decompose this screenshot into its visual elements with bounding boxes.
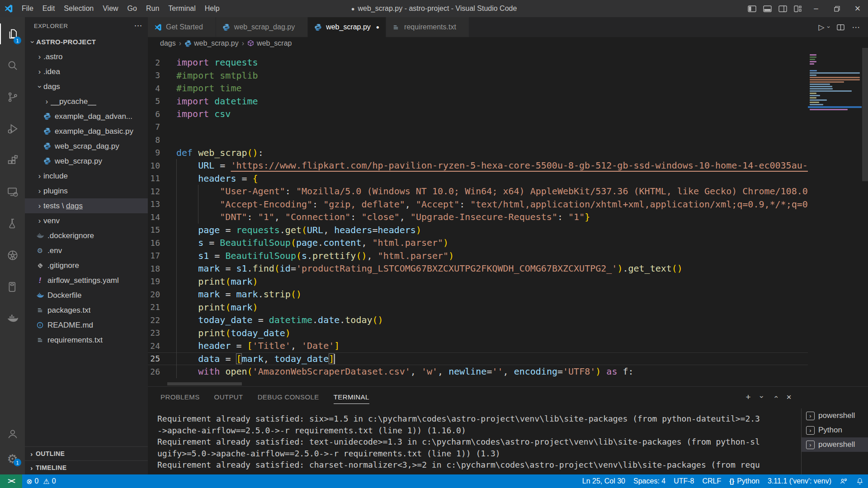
menu-selection[interactable]: Selection (59, 0, 98, 17)
customize-layout-icon[interactable] (790, 0, 806, 17)
code-line-10[interactable]: 10 URL = 'https://www.flipkart.com/hp-pa… (148, 159, 808, 172)
activity-account-icon[interactable] (0, 421, 25, 446)
language-mode[interactable]: {} Python (725, 474, 764, 488)
new-terminal-icon[interactable]: + (741, 389, 755, 405)
panel-tab-output[interactable]: OUTPUT (214, 387, 243, 407)
code-line-19[interactable]: 19 print(mark) (148, 275, 808, 288)
activity-search-icon[interactable] (0, 50, 25, 81)
code-line-26[interactable]: 26 with open('AmazonWebScraperDataset.cs… (148, 365, 808, 378)
close-window-button[interactable]: × (847, 0, 868, 17)
timeline-section[interactable]: › TIMELINE (25, 460, 148, 474)
outline-section[interactable]: › OUTLINE (25, 446, 148, 460)
horizontal-scrollbar[interactable] (167, 382, 242, 385)
tree-item-plugins[interactable]: ›plugins (25, 183, 148, 198)
tree-item-astro[interactable]: ›.astro (25, 49, 148, 64)
code-line-23[interactable]: 23 print(today_date) (148, 327, 808, 340)
breadcrumb-dags[interactable]: dags (160, 39, 176, 47)
indentation[interactable]: Spaces: 4 (629, 474, 670, 488)
tree-item-requirements-txt[interactable]: requirements.txt (25, 333, 148, 347)
activity-docker-icon[interactable] (0, 303, 25, 334)
breadcrumb-web-scrap-py[interactable]: web_scrap.py (184, 39, 239, 47)
restore-button[interactable] (826, 0, 847, 17)
breadcrumb-web-scrap[interactable]: web_scrap (247, 39, 292, 47)
code-line-15[interactable]: 15 page = requests.get(URL, headers=head… (148, 224, 808, 237)
editor-more-actions-icon[interactable]: ⋯ (848, 19, 863, 36)
panel-tab-problems[interactable]: PROBLEMS (160, 387, 200, 407)
panel-tab-debug-console[interactable]: DEBUG CONSOLE (258, 387, 319, 407)
code-line-17[interactable]: 17 s1 = BeautifulSoup(s.prettify(), "htm… (148, 249, 808, 263)
activity-remote-explorer-icon[interactable] (0, 176, 25, 208)
activity-testing-icon[interactable] (0, 208, 25, 239)
terminal-instance-powershell[interactable]: ›powershell (802, 437, 868, 452)
run-dropdown-icon[interactable]: › (821, 23, 838, 31)
tab-web-scrap-py[interactable]: web_scrap.py● (308, 17, 386, 37)
code-line-14[interactable]: 14 "DNT": "1", "Connection": "close", "U… (148, 211, 808, 224)
python-interpreter[interactable]: 3.11.1 ('venv': venv) (764, 474, 835, 488)
code-line-25[interactable]: 25 data = [mark, today_date] (148, 352, 808, 366)
code-line-20[interactable]: 20 mark = mark.strip() (148, 288, 808, 301)
tree-item-venv[interactable]: ›venv (25, 213, 148, 228)
code-line-5[interactable]: 5import datetime (148, 95, 808, 108)
menu-help[interactable]: Help (200, 0, 224, 17)
terminal-instance-powershell[interactable]: ›powershell (802, 408, 868, 423)
close-panel-icon[interactable]: × (782, 389, 796, 405)
code-line-16[interactable]: 16 s = BeautifulSoup(page.content, "html… (148, 236, 808, 249)
tab-get-started[interactable]: Get Started (148, 17, 216, 37)
tree-item-example-dag-basic-py[interactable]: example_dag_basic.py (25, 124, 148, 139)
cursor-position[interactable]: Ln 25, Col 30 (578, 474, 629, 488)
tree-item-dockerfile[interactable]: Dockerfile (25, 288, 148, 303)
tree-item-include[interactable]: ›include (25, 169, 148, 183)
encoding[interactable]: UTF-8 (670, 474, 698, 488)
minimap[interactable] (808, 50, 862, 386)
explorer-more-actions-icon[interactable]: ⋯ (134, 21, 142, 31)
menu-go[interactable]: Go (123, 0, 142, 17)
activity-settings-icon[interactable]: ⚙1 (0, 446, 25, 472)
tree-item-idea[interactable]: ›.idea (25, 64, 148, 79)
panel-tab-terminal[interactable]: TERMINAL (334, 387, 369, 407)
code-line-12[interactable]: 12 "User-Agent": "Mozilla/5.0 (Windows N… (148, 185, 808, 198)
code-line-4[interactable]: 4#import time (148, 82, 808, 95)
menu-run[interactable]: Run (142, 0, 164, 17)
tree-item-packages-txt[interactable]: packages.txt (25, 303, 148, 318)
tree-item-dockerignore[interactable]: .dockerignore (25, 228, 148, 243)
tab-requirements-txt[interactable]: requirements.txt (386, 17, 469, 37)
code-line-22[interactable]: 22 today_date = datetime.date.today() (148, 314, 808, 327)
activity-run-debug-icon[interactable] (0, 113, 25, 145)
code-line-6[interactable]: 6import csv (148, 108, 808, 121)
menu-view[interactable]: View (98, 0, 123, 17)
feedback-icon[interactable] (835, 474, 852, 488)
menu-edit[interactable]: Edit (38, 0, 60, 17)
toggle-secondary-sidebar-icon[interactable] (775, 0, 790, 17)
tree-item-tests[interactable]: ›tests \ dags (25, 198, 148, 213)
minimize-button[interactable]: – (806, 0, 826, 17)
tree-item-example-dag-advan[interactable]: example_dag_advan... (25, 109, 148, 124)
activity-kubernetes-icon[interactable] (0, 239, 25, 271)
eol-sequence[interactable]: CRLF (698, 474, 726, 488)
terminal-output[interactable]: Requirement already satisfied: six>=1.5 … (157, 413, 800, 474)
tree-item-web-scrap-dag-py[interactable]: web_scrap_dag.py (25, 139, 148, 154)
vertical-scrollbar[interactable] (862, 48, 868, 181)
tree-item-airflow-settings-yaml[interactable]: !airflow_settings.yaml (25, 273, 148, 288)
terminal-instance-python[interactable]: ›Python (802, 423, 868, 437)
menu-terminal[interactable]: Terminal (164, 0, 200, 17)
code-line-2[interactable]: 2import requests (148, 56, 808, 69)
tab-web-scrap-dag-py[interactable]: web_scrap_dag.py (216, 17, 308, 37)
code-line-21[interactable]: 21 print(mark) (148, 301, 808, 314)
activity-extensions-icon[interactable] (0, 145, 25, 176)
code-line-7[interactable]: 7 (148, 121, 808, 134)
menu-file[interactable]: File (17, 0, 38, 17)
code-line-11[interactable]: 11 headers = { (148, 172, 808, 185)
code-line-9[interactable]: 9def web_scrap(): (148, 146, 808, 160)
toggle-sidebar-icon[interactable] (744, 0, 760, 17)
tree-item-readme-md[interactable]: README.md (25, 318, 148, 333)
maximize-panel-icon[interactable]: › (768, 390, 783, 404)
tree-item-web-scrap-py[interactable]: web_scrap.py (25, 154, 148, 169)
dirty-indicator-icon[interactable]: ● (376, 24, 379, 30)
tree-item-pycache[interactable]: ›__pycache__ (25, 94, 148, 109)
activity-source-control-icon[interactable] (0, 81, 25, 113)
code-editor[interactable]: 2import requests3#import smtplib4#import… (148, 50, 808, 386)
tree-item-dags[interactable]: ›dags (25, 79, 148, 94)
notifications-bell-icon[interactable] (852, 474, 868, 488)
tree-item-env[interactable]: ⚙.env (25, 243, 148, 258)
toggle-panel-icon[interactable] (760, 0, 775, 17)
